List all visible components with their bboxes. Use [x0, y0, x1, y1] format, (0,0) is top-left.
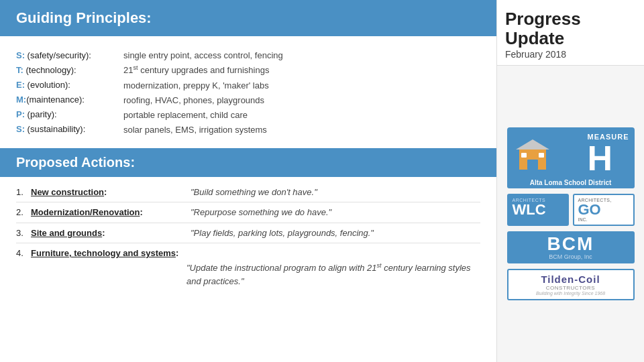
- principle-desc-6: solar panels, EMS, irrigation systems: [123, 123, 480, 137]
- sidebar: Progress Update February 2018: [496, 0, 644, 362]
- wlc-logo: ARCHITECTS WLC: [507, 194, 569, 226]
- tilden-coil-logo: Tilden-Coil CONSTRUCTORS Building with I…: [507, 269, 635, 300]
- svg-rect-4: [521, 153, 527, 158]
- action-num-2: 2.: [16, 206, 31, 219]
- action-desc-4: "Update the instructional program to ali…: [16, 261, 480, 288]
- progress-update-date: February 2018: [505, 49, 636, 60]
- principle-desc-4: roofing, HVAC, phones, playgrounds: [123, 93, 480, 108]
- actions-area: 1. New construction: "Build something we…: [0, 177, 496, 362]
- list-item: M:(maintenance):: [16, 93, 110, 107]
- bcm-logo: BCM BCM Group, Inc: [507, 231, 635, 263]
- h-letter: H: [587, 141, 612, 176]
- bcm-letters: BCM: [547, 235, 594, 253]
- bcm-group-label: BCM Group, Inc: [549, 253, 592, 260]
- constructors-label: CONSTRUCTORS: [546, 285, 595, 291]
- principles-area: S: (safety/security): T: (technology): E…: [0, 36, 496, 145]
- list-item: S: (sustainability):: [16, 122, 110, 137]
- principle-desc-1: single entry point, access control, fenc…: [123, 48, 480, 63]
- proposed-actions-header: Proposed Actions:: [0, 148, 496, 177]
- action-desc-3: "Play fields, parking lots, playgrounds,…: [185, 227, 374, 240]
- principle-desc-2: 21st century upgrades and furnishings: [123, 63, 480, 78]
- guiding-principles-title: Guiding Principles:: [16, 9, 152, 26]
- principle-desc-5: portable replacement, child care: [123, 108, 480, 123]
- tilden-title: Tilden-Coil: [541, 274, 600, 285]
- svg-rect-5: [539, 153, 544, 158]
- action-title-3: Site and grounds:: [31, 227, 185, 240]
- building-icon: [513, 136, 553, 173]
- action-num-3: 3.: [16, 227, 31, 240]
- list-item: T: (technology):: [16, 63, 110, 78]
- go-logo: ARCHITECTS, GO INC.: [573, 194, 635, 226]
- alta-loma-label: Alta Loma School District: [507, 177, 635, 188]
- action-desc-1: "Build something we don't have.": [185, 186, 317, 199]
- main-content: Guiding Principles: S: (safety/security)…: [0, 0, 496, 362]
- architects-row: ARCHITECTS WLC ARCHITECTS, GO INC.: [507, 194, 635, 226]
- go-inc-label: INC.: [578, 217, 588, 222]
- proposed-actions-title: Proposed Actions:: [16, 155, 135, 170]
- action-title-2: Modernization/Renovation:: [31, 206, 185, 219]
- measure-h-logo-block: MEASURE H Alta Loma School District: [507, 127, 635, 188]
- progress-update-title: Progress Update: [505, 9, 636, 48]
- measure-h-logo: MEASURE H: [507, 127, 635, 181]
- logos-area: MEASURE H Alta Loma School District ARCH…: [497, 66, 644, 362]
- measure-h-text: MEASURE H: [587, 133, 629, 176]
- action-row-4: 4. Furniture, technology and systems:: [16, 247, 480, 260]
- sidebar-header: Progress Update February 2018: [497, 0, 644, 66]
- action-title-4: Furniture, technology and systems:: [31, 247, 185, 260]
- list-item: E: (evolution):: [16, 78, 110, 93]
- list-item: P: (parity):: [16, 107, 110, 122]
- wlc-letters: WLC: [513, 202, 546, 217]
- principle-desc-3: modernization, preppy K, 'maker' labs: [123, 78, 480, 93]
- action-item-2: 2. Modernization/Renovation: "Repurpose …: [16, 202, 480, 223]
- go-letters: GO: [578, 202, 601, 217]
- action-desc-2: "Repurpose something we do have.": [185, 206, 331, 219]
- action-title-1: New construction:: [31, 186, 185, 199]
- list-item: S: (safety/security):: [16, 48, 110, 63]
- action-num-1: 1.: [16, 186, 31, 199]
- action-item-4: 4. Furniture, technology and systems: "U…: [16, 243, 480, 291]
- action-num-4: 4.: [16, 247, 31, 260]
- tilden-tagline: Building with Integrity Since 1968: [536, 291, 605, 296]
- principles-descriptions: single entry point, access control, fenc…: [123, 48, 480, 137]
- svg-rect-3: [527, 160, 538, 170]
- action-item-3: 3. Site and grounds: "Play fields, parki…: [16, 223, 480, 244]
- principles-ol: S: (safety/security): T: (technology): E…: [16, 48, 110, 137]
- guiding-principles-header: Guiding Principles:: [0, 0, 496, 36]
- action-item-1: 1. New construction: "Build something we…: [16, 182, 480, 203]
- principles-list: S: (safety/security): T: (technology): E…: [16, 48, 110, 137]
